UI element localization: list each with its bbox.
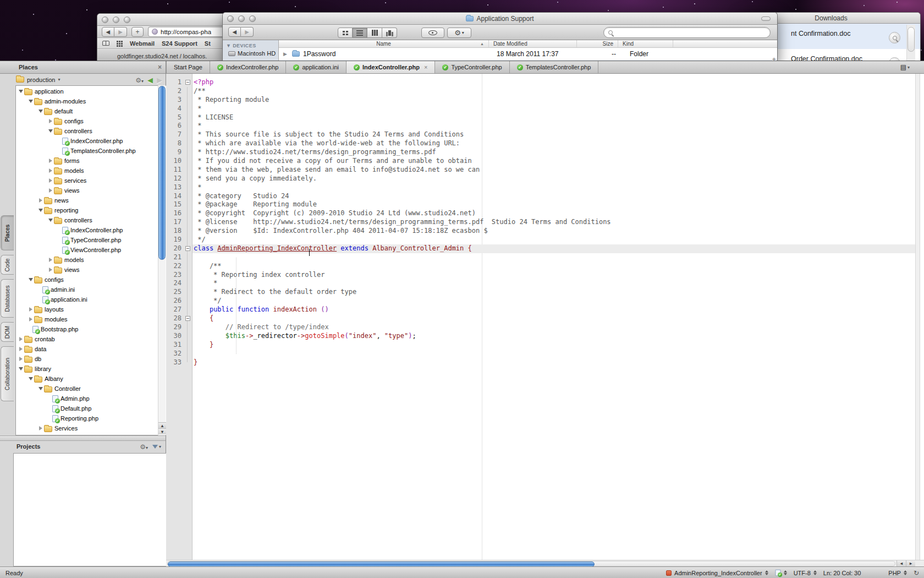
tree-item-reporting[interactable]: reporting bbox=[16, 205, 166, 215]
fold-toggle-icon[interactable]: − bbox=[185, 80, 190, 85]
tree-item-views[interactable]: views bbox=[16, 265, 166, 275]
code-line-17[interactable]: * @license http://www.studio24.net/terms… bbox=[193, 218, 919, 227]
line-number[interactable]: 22 bbox=[166, 262, 192, 271]
reveal-in-finder-button[interactable] bbox=[889, 32, 900, 43]
line-number[interactable]: 25 bbox=[166, 288, 192, 297]
tree-item-application[interactable]: application bbox=[16, 86, 166, 96]
downloads-scrollbar-thumb[interactable] bbox=[908, 27, 915, 52]
line-number[interactable]: 28− bbox=[166, 314, 192, 323]
places-back-button[interactable]: ◀ bbox=[147, 76, 153, 84]
editor-tab-templatescontroller-php[interactable]: ✓TemplatesController.php bbox=[510, 61, 599, 73]
encoding-selector[interactable]: UTF-8 bbox=[794, 570, 811, 576]
editor-horizontal-scrollbar[interactable]: ◂ ▸ bbox=[166, 560, 924, 566]
editor-tab-indexcontroller-php[interactable]: ✓IndexController.php bbox=[210, 61, 286, 73]
tree-item-admin-php[interactable]: Admin.php bbox=[16, 394, 166, 403]
bookmarks-book-icon[interactable] bbox=[102, 41, 109, 46]
sync-icon[interactable]: ↻ bbox=[914, 569, 919, 577]
code-line-16[interactable]: * @copyright Copyright (c) 2009-2010 Stu… bbox=[193, 209, 919, 218]
code-line-8[interactable]: * which are available via the world-wide… bbox=[193, 139, 919, 148]
line-number[interactable]: 7 bbox=[166, 130, 192, 139]
code-line-30[interactable]: $this->_redirector->gotoSimple("index", … bbox=[193, 332, 919, 341]
code-line-31[interactable]: } bbox=[193, 341, 919, 350]
tree-item-viewcontroller-php[interactable]: ViewController.php bbox=[16, 245, 166, 255]
line-number[interactable]: 13 bbox=[166, 183, 192, 192]
twisty-closed-icon[interactable] bbox=[37, 195, 44, 205]
line-number[interactable]: 17 bbox=[166, 218, 192, 227]
tree-item-typecontroller-php[interactable]: TypeController.php bbox=[16, 235, 166, 245]
tree-item-default-php[interactable]: Default.php bbox=[16, 403, 166, 413]
line-number[interactable]: 33 bbox=[166, 358, 192, 367]
twisty-closed-icon[interactable] bbox=[27, 314, 34, 324]
browser-back-button[interactable]: ◀ bbox=[102, 27, 114, 37]
column-header-size[interactable]: Size bbox=[577, 40, 618, 47]
code-line-19[interactable]: */ bbox=[193, 236, 919, 244]
new-tab-button[interactable]: + bbox=[131, 27, 144, 37]
browser-tab[interactable]: goldfinger.studio24.net / localhos. bbox=[97, 53, 207, 59]
tree-item-admin-ini[interactable]: admin.ini bbox=[16, 285, 166, 295]
tree-item-admin-modules[interactable]: admin-modules bbox=[16, 96, 166, 106]
line-number[interactable]: 3 bbox=[166, 96, 192, 105]
code-line-25[interactable]: * Redirect to the default order type bbox=[193, 288, 919, 297]
editor-gutter[interactable]: 1−234567891011121314151617181920−2122232… bbox=[166, 74, 193, 560]
toolbar-toggle-button[interactable] bbox=[761, 17, 771, 21]
tree-item-crontab[interactable]: crontab bbox=[16, 334, 166, 344]
tree-item-db[interactable]: db bbox=[16, 354, 166, 364]
code-line-23[interactable]: * Reporting index controller bbox=[193, 271, 919, 280]
code-line-11[interactable]: * them via the web, please send an email… bbox=[193, 166, 919, 175]
list-view-button[interactable] bbox=[353, 28, 367, 38]
code-line-32[interactable] bbox=[193, 350, 919, 358]
tree-item-models[interactable]: models bbox=[16, 255, 166, 265]
top-sites-icon[interactable] bbox=[117, 41, 118, 42]
code-line-18[interactable]: * @version $Id: IndexController.php 404 … bbox=[193, 227, 919, 236]
tree-item-indexcontroller-php[interactable]: IndexController.php bbox=[16, 225, 166, 235]
updown-icon[interactable] bbox=[904, 570, 907, 575]
tree-item-services[interactable]: Services bbox=[16, 423, 166, 433]
twisty-closed-icon[interactable] bbox=[17, 354, 24, 364]
twisty-closed-icon[interactable] bbox=[47, 255, 54, 265]
code-area[interactable]: <?php/** * Reporting module * * LICENSE … bbox=[193, 74, 919, 367]
code-line-12[interactable]: * send you a copy immediately. bbox=[193, 175, 919, 183]
tab-overflow-menu[interactable]: ▤▾ bbox=[900, 61, 910, 73]
disclosure-triangle-icon[interactable]: ▶ bbox=[283, 51, 292, 57]
line-number[interactable]: 16 bbox=[166, 209, 192, 218]
line-number[interactable]: 9 bbox=[166, 148, 192, 157]
twisty-open-icon[interactable] bbox=[27, 374, 34, 384]
editor-tab-indexcontroller-php[interactable]: ✓IndexController.php× bbox=[346, 61, 435, 73]
tree-item-views[interactable]: views bbox=[16, 186, 166, 195]
code-line-2[interactable]: /** bbox=[193, 87, 919, 96]
updown-icon[interactable] bbox=[784, 570, 787, 575]
side-tab-dom[interactable]: DOM bbox=[1, 322, 14, 342]
line-number[interactable]: 15 bbox=[166, 200, 192, 209]
editor-vertical-scrollbar[interactable] bbox=[915, 74, 920, 560]
places-root-selector[interactable]: production bbox=[27, 77, 55, 83]
line-number[interactable]: 8 bbox=[166, 139, 192, 148]
column-header-date-modified[interactable]: Date Modified bbox=[489, 40, 577, 47]
editor-tab-typecontroller-php[interactable]: ✓TypeController.php bbox=[435, 61, 509, 73]
tree-item-modules[interactable]: modules bbox=[16, 314, 166, 324]
code-line-22[interactable]: /** bbox=[193, 262, 919, 271]
column-header-kind[interactable]: Kind bbox=[618, 40, 673, 47]
line-number[interactable]: 31 bbox=[166, 341, 192, 350]
side-tab-places[interactable]: Places bbox=[1, 215, 14, 250]
code-line-9[interactable]: * http://www.studio24.net/terms/design_p… bbox=[193, 148, 919, 157]
bookmark-clipped[interactable]: St bbox=[205, 40, 211, 47]
finder-forward-button[interactable]: ▶ bbox=[241, 27, 254, 37]
close-window-icon[interactable] bbox=[102, 17, 108, 23]
line-number[interactable]: 10 bbox=[166, 157, 192, 166]
twisty-open-icon[interactable] bbox=[47, 126, 54, 136]
line-number[interactable]: 32 bbox=[166, 350, 192, 358]
minimize-window-icon[interactable] bbox=[113, 17, 119, 23]
twisty-closed-icon[interactable] bbox=[17, 344, 24, 354]
code-line-28[interactable]: { bbox=[193, 314, 919, 323]
icon-view-button[interactable] bbox=[338, 28, 353, 38]
code-line-5[interactable]: * LICENSE bbox=[193, 113, 919, 122]
action-menu-button[interactable]: ⚙ ▾ bbox=[447, 28, 471, 38]
tree-item-templatescontroller-php[interactable]: TemplatesController.php bbox=[16, 146, 166, 156]
tree-item-application-ini[interactable]: application.ini bbox=[16, 295, 166, 304]
tree-item-services[interactable]: services bbox=[16, 176, 166, 186]
code-line-4[interactable]: * bbox=[193, 105, 919, 113]
code-line-6[interactable]: * bbox=[193, 122, 919, 130]
code-line-27[interactable]: public function indexAction () bbox=[193, 306, 919, 314]
file-row-1password[interactable]: ▶ 1Password 18 March 2011 17:37 -- Folde… bbox=[279, 48, 777, 60]
finder-back-button[interactable]: ◀ bbox=[228, 27, 241, 37]
